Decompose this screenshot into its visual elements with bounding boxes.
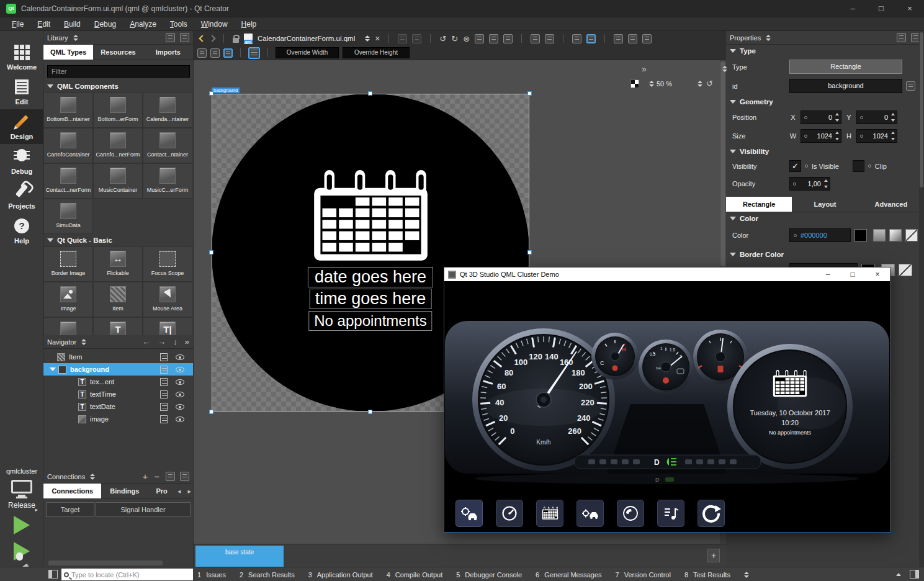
menu-window[interactable]: Window [194, 17, 235, 31]
split-pane-icon[interactable] [166, 472, 175, 481]
export-toggle-icon[interactable] [160, 378, 168, 386]
resize-handle[interactable] [527, 91, 532, 96]
mode-help[interactable]: ? Help [0, 214, 43, 248]
close-pane-icon[interactable] [180, 33, 189, 42]
build-config-label[interactable]: Release [0, 501, 43, 510]
cluster-demo-window[interactable]: Qt 3D Studio QML Cluster Demo – □ × [444, 267, 890, 533]
document-name[interactable]: CalendarContainerForm.ui.qml [258, 35, 355, 42]
close-button[interactable]: × [895, 0, 924, 17]
add-state-button[interactable]: + [707, 549, 720, 562]
no-snapping-icon[interactable] [197, 48, 207, 58]
section-qt-quick-basic[interactable]: Qt Quick - Basic [43, 234, 193, 246]
mode-debug[interactable]: Debug [0, 144, 43, 179]
snapping-icon[interactable] [223, 48, 233, 58]
export-toggle-icon[interactable] [160, 415, 168, 423]
x-spinbox[interactable]: 0 [801, 110, 841, 124]
menu-debug[interactable]: Debug [87, 17, 123, 31]
menu-analyze[interactable]: Analyze [123, 17, 163, 31]
show-bounding-rects-icon[interactable] [572, 34, 581, 43]
export-toggle-icon[interactable] [160, 353, 168, 361]
library-pane-combo-icon[interactable] [73, 35, 78, 41]
component-item[interactable] [43, 317, 93, 335]
close-document-icon[interactable]: × [375, 34, 380, 43]
tab-resources[interactable]: Resources [93, 45, 143, 60]
component-item[interactable]: BottomB...ntainer [43, 92, 93, 128]
override-width-field[interactable]: Override Width [276, 47, 339, 58]
resize-handle[interactable] [209, 91, 213, 96]
run-button[interactable] [14, 516, 30, 534]
clip-checkbox[interactable] [853, 160, 864, 172]
minimize-button[interactable]: – [838, 0, 867, 17]
show-canvas-bounds-icon[interactable] [248, 47, 260, 59]
section-color[interactable]: Color [726, 212, 924, 225]
menu-tools[interactable]: Tools [163, 17, 194, 31]
pane-test-results[interactable]: 8Test Results [684, 571, 730, 579]
visibility-eye-icon[interactable] [176, 379, 184, 385]
mode-welcome[interactable]: Welcome [0, 40, 43, 74]
navigator-row-background[interactable]: background [43, 363, 193, 376]
more-actions-icon[interactable]: » [185, 337, 189, 346]
pane-issues[interactable]: 1Issues [197, 571, 226, 579]
toggle-right-sidebar-icon[interactable] [910, 570, 919, 579]
alias-export-icon[interactable] [906, 81, 915, 91]
connections-pane-combo-icon[interactable] [90, 474, 95, 480]
document-combo-icon[interactable] [365, 35, 370, 42]
visibility-eye-icon[interactable] [176, 404, 184, 410]
override-height-field[interactable]: Override Height [343, 47, 410, 58]
binding-dot-icon[interactable] [805, 164, 808, 168]
navigator-row-textappointment[interactable]: T tex...ent [43, 376, 193, 388]
section-visibility[interactable]: Visibility [726, 145, 924, 158]
resize-handle[interactable] [368, 410, 372, 414]
library-filter-input[interactable] [47, 65, 190, 78]
resize-handle[interactable] [527, 250, 532, 254]
snap-to-parent-icon[interactable] [586, 34, 596, 43]
cancel-icon[interactable]: ⊗ [463, 34, 470, 43]
navigator-pane-combo-icon[interactable] [81, 339, 86, 345]
tab-imports[interactable]: Imports [143, 45, 193, 60]
tab-scroll-right-icon[interactable]: ▸ [187, 487, 191, 495]
menu-build[interactable]: Build [57, 17, 87, 31]
move-down-icon[interactable]: ↓ [173, 337, 177, 346]
color-swatch[interactable] [854, 229, 867, 241]
snapping-and-anchoring-icon[interactable] [210, 48, 220, 58]
tab-layout[interactable]: Layout [792, 197, 858, 212]
cluster-window-titlebar[interactable]: Qt 3D Studio QML Cluster Demo – □ × [444, 268, 890, 281]
component-item[interactable]: MusicC...erForm [143, 163, 192, 199]
component-item[interactable]: Item [93, 282, 143, 317]
pane-debugger-console[interactable]: 5Debugger Console [456, 571, 522, 579]
component-item[interactable]: Focus Scope [143, 246, 192, 282]
lock-icon[interactable] [233, 38, 239, 43]
opacity-spinbox[interactable]: 1,00 [789, 177, 830, 191]
component-item[interactable]: ↔Flickable [93, 246, 143, 282]
canvas-background-toggle-icon[interactable] [630, 79, 639, 88]
pane-search-results[interactable]: 2Search Results [240, 571, 295, 579]
split-pane-icon[interactable] [897, 33, 906, 42]
close-pane-icon[interactable] [180, 472, 189, 481]
zoom-level[interactable]: 50 % [657, 80, 672, 88]
toolbar-overflow-icon[interactable]: » [642, 65, 647, 74]
copy-icon[interactable] [489, 34, 498, 43]
cluster-close-button[interactable]: × [865, 268, 890, 281]
pane-general-messages[interactable]: 6General Messages [536, 571, 601, 579]
pane-compile-output[interactable]: 4Compile Output [387, 571, 443, 579]
tab-advanced[interactable]: Advanced [858, 197, 924, 212]
menu-help[interactable]: Help [235, 17, 264, 31]
navigator-row-image[interactable]: image [43, 413, 193, 425]
section-geometry[interactable]: Geometry [726, 96, 924, 108]
menu-file[interactable]: File [5, 17, 30, 31]
component-item[interactable]: CarInfo...nerForm [93, 128, 143, 163]
width-spinbox[interactable]: 1024 [801, 129, 841, 143]
car-settings-button[interactable] [455, 500, 483, 527]
remove-connection-icon[interactable]: − [154, 472, 159, 481]
gradient-button[interactable] [889, 229, 902, 241]
base-state-tab[interactable]: base state [195, 546, 284, 567]
component-item[interactable]: CarInfoContainer [43, 128, 93, 163]
target-column-header[interactable]: Target [46, 502, 94, 517]
component-item[interactable]: Image [43, 282, 93, 317]
music-button[interactable] [657, 500, 684, 527]
resize-handle[interactable] [209, 250, 213, 254]
car-info-button[interactable] [576, 500, 604, 527]
view-grid-icon[interactable] [642, 34, 652, 43]
visibility-eye-icon[interactable] [176, 417, 184, 422]
component-item[interactable]: MusicContainer [93, 163, 143, 199]
